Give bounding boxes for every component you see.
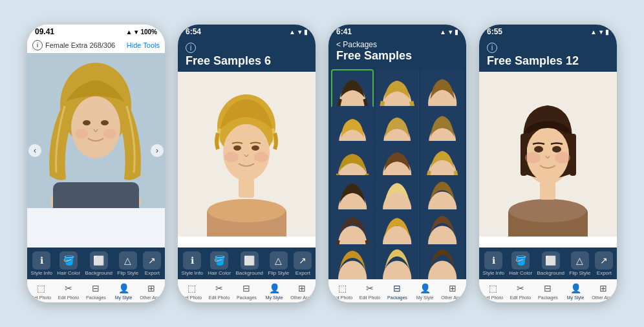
tool-hair-color-2[interactable]: 🪣 Hair Color [208,251,231,277]
svg-rect-62 [570,134,576,176]
bottom-nav-4: ⬚ Get Photo ✂ Edit Photo ⊟ Packages 👤 My… [479,279,617,302]
nav-get-photo-4[interactable]: ⬚ Get Photo [482,282,504,300]
tool-hair-color-4[interactable]: 🪣 Hair Color [509,251,532,277]
tool-hair-color-label-2: Hair Color [208,271,231,277]
nav-packages-1[interactable]: ⊟ Packages [85,282,107,300]
thumb-svg-17 [376,244,418,279]
battery-3: ▮ [455,28,458,36]
wifi-icon-4: ▾ [599,28,603,36]
nav-packages-3[interactable]: ⊟ Packages [386,282,409,300]
nav-edit-photo-1[interactable]: ✂ Edit Photo [57,282,80,300]
status-icons-4: ▲ ▾ ▮ [590,28,609,36]
nav-other-apps-4[interactable]: ⊞ Other Apps [592,282,614,300]
edit-photo-icon-1: ✂ [61,282,76,294]
other-apps-icon-4: ⊞ [596,282,610,294]
flip-style-icon: △ [119,251,137,269]
nav-got-photo-3[interactable]: ⬚ Got Photo [331,282,354,300]
nav-edit-photo-label-3: Edit Photo [360,295,380,300]
nav-get-photo-label-1: Get Photo [31,295,52,300]
nav-other-apps-1[interactable]: ⊞ Other Apps [140,282,162,300]
packages-icon-1: ⊟ [89,282,103,294]
nav-my-style-1[interactable]: 👤 My Style [113,282,135,300]
info-icon-2[interactable]: i [186,43,196,53]
status-bar-1: 09.41 ▲ ▾ 100% [27,25,165,37]
nav-other-apps-3[interactable]: ⊞ Other Apps [441,282,464,300]
time-4: 6:55 [487,27,502,36]
info-icon-4[interactable]: i [487,43,497,53]
tool-flip-style-2[interactable]: △ Flip Style [268,251,289,277]
got-photo-icon-3: ⬚ [335,282,349,294]
hair-thumb-16[interactable]: 16 [331,244,374,279]
tool-style-info-label-4: Style Info [483,271,504,277]
arrow-left[interactable]: ‹ [28,144,41,157]
status-icons-2: ▲ ▾ ▮ [289,28,308,36]
screen4-photo [479,72,617,248]
my-style-icon-2: 👤 [267,282,281,294]
nav-get-photo-label-4: Get Photo [483,295,504,300]
back-button-3[interactable]: < Packages [336,40,458,49]
status-icons-3: ▲ ▾ ▮ [440,28,458,36]
tool-flip-style[interactable]: △ Flip Style [117,251,138,277]
screen3-title: Free Samples [336,49,412,62]
tool-style-info[interactable]: ℹ Style Info [31,251,52,277]
tool-style-info-2[interactable]: ℹ Style Info [182,251,203,277]
edit-photo-icon-2: ✂ [212,282,226,294]
nav-edit-photo-4[interactable]: ✂ Edit Photo [509,282,531,300]
nav-other-apps-label-1: Other Apps [140,295,162,300]
arrow-right[interactable]: › [151,144,164,157]
nav-edit-photo-3[interactable]: ✂ Edit Photo [358,282,381,300]
tool-background-2[interactable]: ⬜ Background [235,251,263,277]
screen1-photo-area: ‹ › [27,53,165,248]
export-icon-2: ↗ [294,251,312,269]
nav-other-apps-label-2: Other Apps [290,295,313,300]
tool-background-4[interactable]: ⬜ Background [537,251,564,277]
packages-icon-4: ⊟ [541,282,555,294]
screen4-title: Free Samples 12 [487,54,579,67]
other-apps-icon-2: ⊞ [295,282,309,294]
export-icon-4: ↗ [595,251,613,269]
svg-rect-61 [521,134,527,176]
tool-background[interactable]: ⬜ Background [85,251,113,277]
nav-packages-label-4: Packages [538,295,558,300]
hide-tools-button[interactable]: Hide Tools [127,41,160,49]
nav-other-apps-2[interactable]: ⊞ Other Apps [290,282,313,300]
tool-export-label: Export [145,271,160,277]
signal-icon-3: ▲ [440,28,446,36]
tool-flip-style-4[interactable]: △ Flip Style [569,251,590,277]
nav-packages-4[interactable]: ⊟ Packages [537,282,559,300]
time-2: 6:54 [186,27,201,36]
tool-export[interactable]: ↗ Export [143,251,161,277]
nav-packages-2[interactable]: ⊟ Packages [235,282,258,300]
tool-style-info-4[interactable]: ℹ Style Info [483,251,504,277]
nav-edit-photo-2[interactable]: ✂ Edit Photo [208,282,230,300]
flip-style-icon-4: △ [571,251,589,269]
background-icon: ⬜ [90,251,108,269]
svg-point-57 [509,199,586,222]
signal-icon: ▲ [126,28,133,36]
export-icon: ↗ [143,251,161,269]
nav-edit-photo-label-4: Edit Photo [510,295,531,300]
nav-get-photo-1[interactable]: ⬚ Get Photo [30,282,52,300]
info-icon-1[interactable]: i [32,40,43,50]
tool-export-4[interactable]: ↗ Export [595,251,613,277]
hair-thumb-18[interactable]: 18 [421,244,464,279]
tool-style-info-label: Style Info [31,271,52,277]
svg-point-17 [254,152,268,162]
svg-point-16 [224,152,239,162]
svg-point-8 [103,129,116,138]
hair-color-icon-4: 🪣 [511,251,530,269]
tool-bg-label: Background [85,271,113,277]
bottom-nav-2: ⬚ Get Photo ✂ Edit Photo ⊟ Packages 👤 My… [178,279,316,302]
nav-my-style-3[interactable]: 👤 My Style [414,282,436,300]
nav-get-photo-2[interactable]: ⬚ Get Photo [180,282,203,300]
tool-export-2[interactable]: ↗ Export [294,251,312,277]
svg-point-7 [75,129,88,138]
phone-1: 09.41 ▲ ▾ 100% i Female Extra 268/306 Hi… [27,25,165,302]
tool-export-label-4: Export [597,271,612,277]
tool-hair-color[interactable]: 🪣 Hair Color [57,251,80,277]
hair-thumb-17[interactable]: 17 [376,244,418,279]
tool-flip-label-2: Flip Style [268,271,289,277]
nav-edit-photo-label-2: Edit Photo [209,295,230,300]
nav-my-style-4[interactable]: 👤 My Style [564,282,587,300]
nav-my-style-2[interactable]: 👤 My Style [263,282,286,300]
